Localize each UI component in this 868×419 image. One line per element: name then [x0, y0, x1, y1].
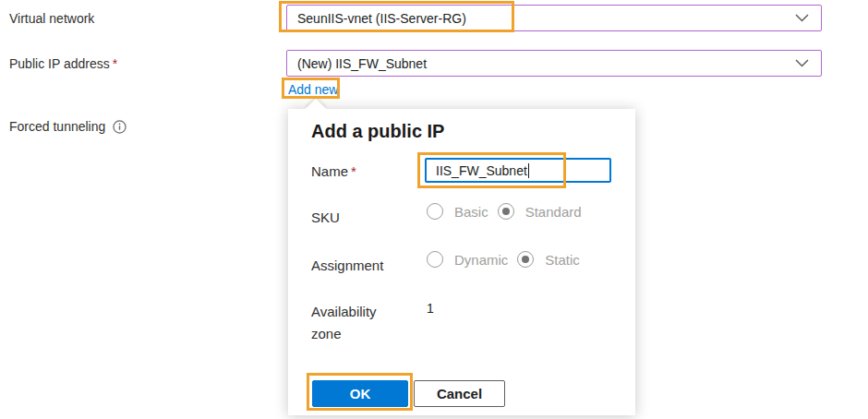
azure-firewall-form: Virtual network SeunIIS-vnet (IIS-Server… — [0, 0, 868, 419]
radio-basic[interactable] — [427, 203, 443, 220]
radio-standard-label: Standard — [525, 204, 582, 220]
availability-zone-value: 1 — [427, 301, 434, 316]
text-caret — [528, 163, 529, 178]
chevron-down-icon — [795, 59, 809, 67]
radio-static[interactable] — [517, 251, 534, 268]
chevron-down-icon — [795, 14, 809, 22]
info-circle-icon[interactable] — [113, 120, 127, 134]
required-asterisk: * — [113, 56, 117, 71]
dialog-title: Add a public IP — [311, 121, 444, 142]
virtual-network-dropdown[interactable]: SeunIIS-vnet (IIS-Server-RG) — [286, 5, 822, 31]
ok-button[interactable]: OK — [312, 380, 408, 407]
add-new-link[interactable]: Add new — [288, 82, 338, 97]
virtual-network-label-text: Virtual network — [9, 11, 94, 26]
radio-dynamic-label: Dynamic — [454, 252, 508, 268]
name-input[interactable]: IIS_FW_Subnet — [425, 158, 611, 183]
forced-tunneling-label: Forced tunneling — [9, 119, 105, 134]
name-label-text: Name — [311, 163, 348, 179]
radio-dynamic[interactable] — [427, 251, 443, 268]
radio-basic-label: Basic — [454, 204, 488, 220]
name-label: Name* — [311, 163, 356, 179]
public-ip-value: (New) IIS_FW_Subnet — [297, 56, 427, 71]
virtual-network-label: Virtual network — [9, 11, 94, 26]
cancel-button[interactable]: Cancel — [414, 380, 505, 407]
public-ip-dropdown[interactable]: (New) IIS_FW_Subnet — [286, 50, 822, 77]
sku-label: SKU — [311, 210, 340, 225]
public-ip-label: Public IP address* — [9, 56, 117, 71]
add-public-ip-dialog: Add a public IP Name* IIS_FW_Subnet SKU … — [288, 109, 635, 415]
virtual-network-value: SeunIIS-vnet (IIS-Server-RG) — [297, 11, 466, 26]
forced-tunneling-row: Forced tunneling — [9, 119, 127, 134]
availability-zone-label: Availability zone — [311, 301, 399, 345]
radio-static-label: Static — [545, 252, 580, 268]
assignment-label: Assignment — [311, 257, 383, 273]
sku-radio-group: Basic Standard — [427, 203, 582, 220]
callout-pointer — [306, 99, 327, 120]
name-input-value: IIS_FW_Subnet — [436, 163, 527, 178]
radio-standard[interactable] — [498, 203, 514, 220]
required-asterisk: * — [351, 163, 356, 179]
public-ip-label-text: Public IP address — [9, 56, 110, 71]
assignment-radio-group: Dynamic Static — [427, 251, 580, 268]
